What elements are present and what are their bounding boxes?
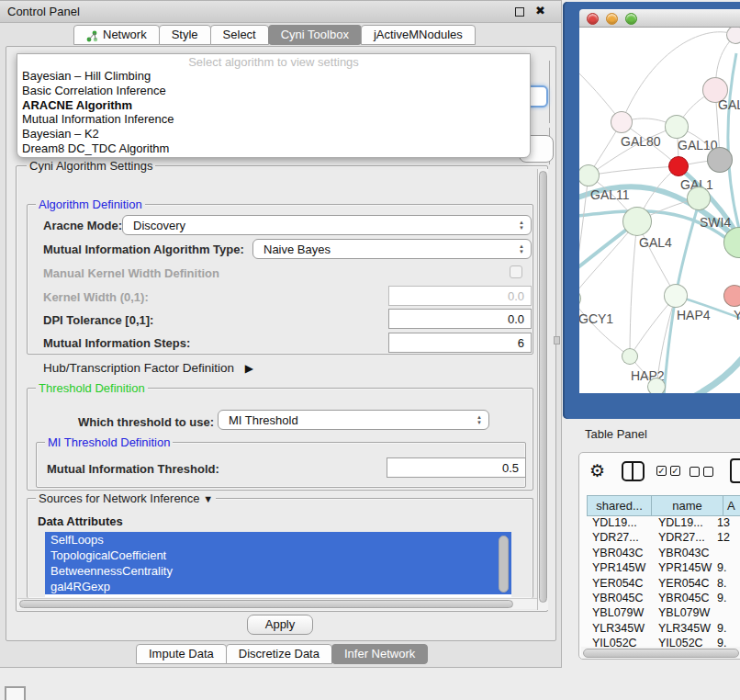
sources-group-title[interactable]: Sources for Network Inference ▼ bbox=[36, 491, 216, 505]
close-traffic-light-icon[interactable] bbox=[587, 13, 599, 25]
tab-jactivemnodules[interactable]: jActiveMNodules bbox=[361, 25, 476, 45]
deselect-checkbox-icon[interactable] bbox=[690, 467, 700, 477]
tab-impute-data[interactable]: Impute Data bbox=[136, 644, 227, 664]
tab-style[interactable]: Style bbox=[159, 25, 211, 45]
table-panel: ⚙ ✓ ✓ shared... name A YDL19...YDL19...1… bbox=[578, 452, 740, 660]
apply-button[interactable]: Apply bbox=[247, 615, 313, 635]
table-row[interactable]: YLR345WYLR345W9. bbox=[587, 622, 740, 637]
table-row[interactable]: YER054CYER054C8. bbox=[587, 577, 740, 592]
select-all-checkbox-icon[interactable]: ✓ bbox=[656, 466, 667, 476]
table-cell: YLR345W bbox=[587, 622, 651, 637]
combo-stepper-icon: ▲▼ bbox=[514, 243, 531, 254]
attributes-list-scrollbar[interactable] bbox=[499, 536, 509, 593]
attribute-list-item[interactable]: SelfLoops bbox=[45, 532, 511, 548]
data-attributes-list[interactable]: SelfLoopsTopologicalCoefficientBetweenne… bbox=[45, 532, 511, 597]
network-canvas[interactable]: GALGAL80GAL10GAL1GAL11SWI4GAL4GCY1HAP4YH… bbox=[579, 28, 740, 393]
table-horizontal-scrollbar[interactable] bbox=[581, 647, 740, 659]
document-icon[interactable] bbox=[730, 458, 740, 483]
network-node-hap2[interactable] bbox=[622, 348, 638, 365]
tab-label: Network bbox=[103, 26, 147, 44]
table-cell: YPR145W bbox=[587, 561, 651, 576]
close-icon[interactable]: ✖ bbox=[535, 4, 545, 17]
column-header-shared-name[interactable]: shared... bbox=[587, 495, 651, 516]
node-label: GAL11 bbox=[590, 187, 630, 202]
network-node[interactable] bbox=[726, 28, 740, 44]
table-row[interactable]: YDL19...YDL19...13 bbox=[587, 516, 740, 531]
aracne-mode-combobox[interactable]: Discovery ▲▼ bbox=[122, 215, 532, 235]
algorithm-option[interactable]: ARACNE Algorithm bbox=[19, 98, 528, 113]
mi-threshold-field[interactable]: 0.5 bbox=[387, 457, 526, 478]
hub-definition-toggle[interactable]: Hub/Transcription Factor Definition ▶ bbox=[43, 361, 253, 375]
column-header-clipped[interactable]: A bbox=[723, 495, 740, 516]
mi-type-label: Mutual Information Algorithm Type: bbox=[43, 243, 244, 256]
mi-type-combobox[interactable]: Naive Bayes ▲▼ bbox=[252, 239, 532, 259]
algorithm-option[interactable]: Bayesian – K2 bbox=[19, 127, 528, 141]
gear-icon[interactable]: ⚙ bbox=[589, 460, 605, 481]
tab-infer-network[interactable]: Infer Network bbox=[331, 644, 428, 664]
table-row[interactable]: YPR145WYPR145W9. bbox=[587, 561, 740, 576]
manual-kernel-checkbox[interactable] bbox=[510, 265, 522, 278]
table-hscroll-thumb[interactable] bbox=[583, 649, 739, 658]
tab-select[interactable]: Select bbox=[210, 25, 269, 45]
network-node-y[interactable] bbox=[723, 285, 740, 307]
table-row[interactable]: YBR043CYBR043C bbox=[587, 547, 740, 561]
network-view-window[interactable]: GALGAL80GAL10GAL1GAL11SWI4GAL4GCY1HAP4YH… bbox=[563, 2, 740, 419]
tab-cyni-toolbox[interactable]: Cyni Toolbox bbox=[268, 25, 362, 45]
network-node-hap4[interactable] bbox=[664, 284, 688, 308]
control-panel-tab-bar: Network Style Select Cyni Toolbox jActiv… bbox=[73, 25, 475, 45]
minimize-traffic-light-icon[interactable] bbox=[606, 13, 618, 25]
node-label: Y bbox=[734, 308, 740, 322]
table-row[interactable]: YBR045CYBR045C9. bbox=[587, 592, 740, 606]
table-cell: 9. bbox=[717, 622, 740, 637]
network-node-gal4[interactable] bbox=[622, 207, 652, 236]
node-label: SWI4 bbox=[700, 215, 731, 230]
network-tab-icon bbox=[86, 29, 98, 41]
dpi-tolerance-field[interactable]: 0.0 bbox=[388, 309, 532, 329]
algorithm-option[interactable]: Basic Correlation Inference bbox=[19, 84, 528, 98]
tab-discretize-data[interactable]: Discretize Data bbox=[226, 644, 332, 664]
column-header-name[interactable]: name bbox=[651, 495, 723, 516]
table-cell: YDR27... bbox=[651, 531, 717, 546]
select-all-checkbox-icon[interactable]: ✓ bbox=[670, 466, 680, 476]
vscroll-thumb[interactable] bbox=[539, 171, 547, 603]
application-stage: Control Panel ✖ Network Style Select Cyn… bbox=[0, 0, 740, 700]
network-node-gal80[interactable] bbox=[611, 111, 633, 133]
table-body: YDL19...YDL19...13YDR27...YDR27...12YBR0… bbox=[587, 516, 740, 652]
attribute-list-item[interactable]: gal4RGexp bbox=[45, 579, 511, 594]
settings-horizontal-scrollbar[interactable] bbox=[17, 598, 548, 609]
settings-vertical-scrollbar[interactable] bbox=[537, 169, 548, 610]
deselect-checkbox-icon[interactable] bbox=[703, 467, 713, 477]
kernel-width-field[interactable]: 0.0 bbox=[388, 286, 532, 306]
attribute-list-item[interactable]: TopologicalCoefficient bbox=[45, 548, 511, 563]
which-threshold-value: MI Threshold bbox=[219, 413, 472, 427]
hidden-group-border bbox=[549, 61, 550, 123]
hscroll-thumb[interactable] bbox=[19, 600, 513, 608]
sources-title-text: Sources for Network Inference bbox=[39, 491, 200, 505]
expand-arrow-icon: ▼ bbox=[203, 493, 213, 504]
which-threshold-combobox[interactable]: MI Threshold ▲▼ bbox=[218, 410, 489, 430]
network-node-gal1[interactable] bbox=[668, 156, 689, 176]
table-cell bbox=[717, 547, 740, 561]
network-node-gal10[interactable] bbox=[665, 115, 689, 139]
column-view-icon[interactable] bbox=[622, 461, 645, 481]
network-node[interactable] bbox=[647, 378, 666, 393]
table-row[interactable]: YDR27...YDR27...12 bbox=[587, 531, 740, 546]
zoom-traffic-light-icon[interactable] bbox=[625, 13, 637, 25]
control-panel-titlebar: Control Panel ✖ bbox=[0, 1, 561, 23]
tab-label: Impute Data bbox=[149, 645, 214, 663]
algorithm-option[interactable]: Dream8 DC_TDC Algorithm bbox=[19, 141, 528, 156]
network-node[interactable] bbox=[707, 147, 733, 173]
network-window-titlebar[interactable] bbox=[579, 9, 740, 28]
table-cell: YDL19... bbox=[587, 516, 651, 531]
algorithm-option[interactable]: Mutual Information Inference bbox=[19, 112, 528, 127]
network-node-swi4[interactable] bbox=[687, 186, 711, 210]
algorithm-placeholder: Select algorithm to view settings bbox=[17, 55, 530, 69]
table-row[interactable]: YBL079WYBL079W bbox=[587, 606, 740, 621]
float-window-icon[interactable] bbox=[515, 7, 524, 17]
algorithm-option[interactable]: Bayesian – Hill Climbing bbox=[19, 69, 528, 84]
attribute-list-item[interactable]: BetweennessCentrality bbox=[45, 563, 511, 579]
minimized-panel-icon[interactable] bbox=[5, 686, 26, 700]
split-pane-handle[interactable] bbox=[554, 336, 560, 344]
tab-network[interactable]: Network bbox=[73, 25, 160, 45]
mi-steps-field[interactable]: 6 bbox=[388, 333, 532, 353]
